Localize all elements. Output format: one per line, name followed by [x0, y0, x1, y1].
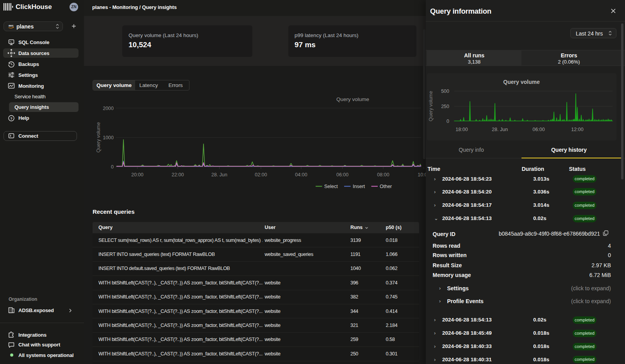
svg-text:20:00: 20:00: [131, 172, 143, 178]
svg-text:06:00: 06:00: [532, 127, 545, 132]
svg-text:28. Jun: 28. Jun: [211, 172, 227, 178]
svg-text:Query volume: Query volume: [96, 122, 101, 153]
svg-text:28. Jun: 28. Jun: [492, 127, 508, 132]
svg-text:06:00: 06:00: [336, 172, 348, 178]
svg-text:0: 0: [446, 119, 449, 124]
svg-text:Select: Select: [324, 184, 338, 189]
svg-text:500: 500: [441, 89, 449, 94]
svg-text:2000: 2000: [103, 106, 114, 111]
svg-text:250: 250: [441, 104, 449, 109]
svg-text:1000: 1000: [103, 135, 114, 140]
svg-text:10:00: 10:00: [418, 172, 426, 178]
svg-text:08:00: 08:00: [377, 172, 389, 178]
svg-text:18:00: 18:00: [455, 127, 468, 132]
svg-text:04:00: 04:00: [295, 172, 307, 178]
svg-text:?: ?: [10, 117, 12, 121]
svg-text:Query volume: Query volume: [428, 91, 434, 121]
svg-text:12:00: 12:00: [571, 127, 583, 132]
svg-text:0: 0: [111, 164, 114, 170]
svg-text:Other: Other: [380, 184, 392, 189]
svg-text:Insert: Insert: [353, 184, 365, 189]
svg-text:Query volume: Query volume: [336, 96, 369, 102]
svg-text:02:00: 02:00: [255, 172, 267, 178]
svg-text:22:00: 22:00: [171, 172, 184, 178]
svg-text:Query volume: Query volume: [503, 79, 540, 85]
